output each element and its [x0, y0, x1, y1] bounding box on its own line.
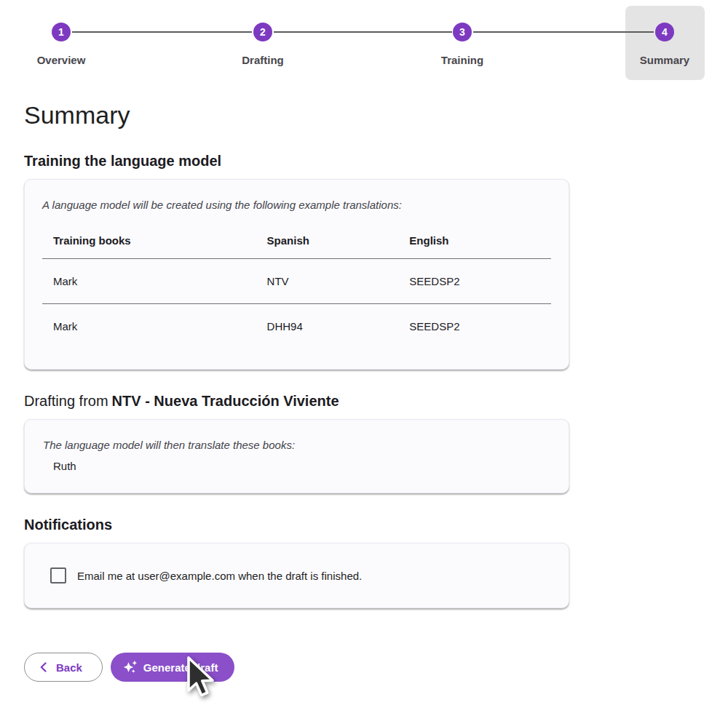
action-bar: Back Generate draft [24, 653, 728, 682]
cell-spanish: DHH94 [256, 304, 399, 349]
cell-book: Mark [42, 259, 256, 304]
back-button[interactable]: Back [24, 653, 103, 682]
page-title: Summary [24, 100, 569, 130]
step-drafting[interactable]: 2 Drafting [212, 0, 314, 66]
column-header-spanish: Spanish [256, 220, 399, 259]
table-row: Mark NTV SEEDSP2 [42, 259, 551, 304]
step-number-badge: 1 [52, 23, 71, 41]
step-label: Summary [640, 54, 689, 66]
table-row: Mark DHH94 SEEDSP2 [42, 304, 551, 349]
cell-english: SEEDSP2 [398, 304, 551, 349]
column-header-english: English [398, 220, 551, 259]
step-label: Overview [37, 54, 86, 66]
cell-english: SEEDSP2 [398, 259, 551, 304]
generate-draft-button[interactable]: Generate draft [111, 653, 235, 682]
drafting-heading-prefix: Drafting from [24, 393, 108, 409]
chevron-left-icon [40, 662, 47, 672]
cell-book: Mark [42, 304, 256, 349]
step-overview[interactable]: 1 Overview [10, 0, 112, 66]
step-number-badge: 2 [253, 23, 272, 41]
step-label: Drafting [242, 54, 284, 66]
notifications-card: Email me at user@example.com when the dr… [24, 543, 569, 608]
summary-page: Summary Training the language model A la… [24, 100, 569, 608]
training-note: A language model will be created using t… [42, 199, 551, 211]
step-number-badge: 3 [453, 23, 472, 41]
back-button-label: Back [56, 661, 82, 674]
step-number-badge: 4 [655, 23, 674, 41]
step-label: Training [441, 54, 483, 66]
drafting-card: The language model will then translate t… [24, 419, 569, 493]
draft-book-item: Ruth [53, 460, 551, 472]
email-notification-label: Email me at user@example.com when the dr… [77, 570, 362, 582]
drafting-note: The language model will then translate t… [43, 439, 551, 451]
notifications-section-heading: Notifications [24, 516, 569, 533]
training-card: A language model will be created using t… [24, 179, 569, 370]
training-table: Training books Spanish English Mark NTV … [42, 220, 551, 348]
column-header-training-books: Training books [42, 220, 256, 259]
generate-draft-label: Generate draft [143, 661, 218, 674]
cell-spanish: NTV [256, 259, 399, 304]
table-header-row: Training books Spanish English [42, 220, 551, 259]
drafting-section-heading: Drafting fromNTV - Nueva Traducción Vivi… [24, 392, 569, 410]
drafting-source-name: NTV - Nueva Traducción Viviente [112, 393, 339, 409]
step-summary[interactable]: 4 Summary [614, 0, 716, 66]
email-notification-checkbox[interactable] [50, 567, 66, 583]
sparkles-icon [123, 660, 138, 674]
training-section-heading: Training the language model [24, 152, 569, 170]
step-training[interactable]: 3 Training [411, 0, 513, 66]
wizard-stepper: 1 Overview 2 Drafting 3 Training 4 Summa… [0, 0, 728, 80]
